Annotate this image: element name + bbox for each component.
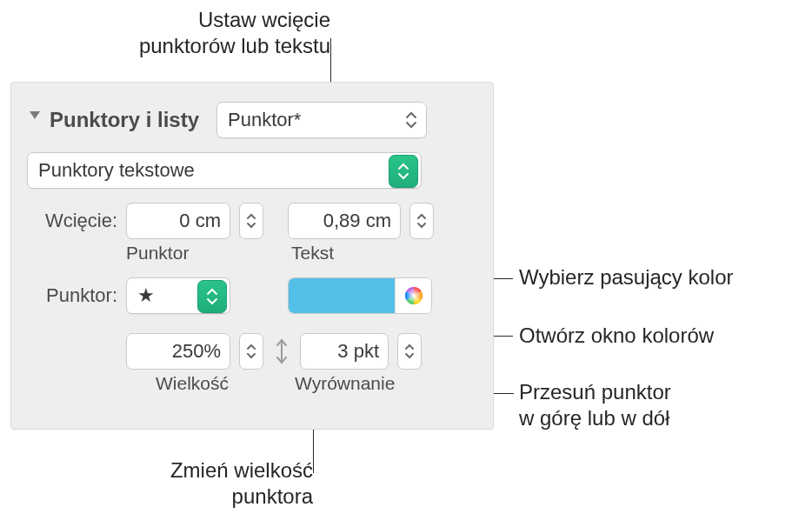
align-sublabel: Wyrównanie	[295, 373, 413, 394]
list-style-value: Punktor*	[228, 109, 301, 131]
bullet-glyph-label: Punktor:	[27, 284, 117, 307]
bullet-type-value: Punktory tekstowe	[38, 159, 195, 182]
size-stepper[interactable]	[239, 333, 263, 370]
align-value: 3 pkt	[337, 340, 379, 363]
section-title: Punktory i listy	[50, 108, 199, 132]
chevron-up-icon	[416, 213, 427, 220]
list-style-dropdown[interactable]: Punktor*	[216, 102, 427, 138]
size-input[interactable]: 250%	[126, 333, 230, 370]
bullet-color-well	[288, 277, 432, 314]
chevron-down-icon	[246, 352, 256, 359]
indent-bullet-input[interactable]: 0 cm	[126, 203, 230, 239]
size-sublabel: Wielkość	[126, 373, 258, 394]
callout-choose-color: Wybierz pasujący kolor	[519, 264, 734, 290]
color-picker-button[interactable]	[395, 278, 431, 313]
callout-move-bullet: Przesuń punktor w górę lub w dół	[519, 379, 671, 431]
indent-bullet-sublabel: Punktor	[126, 243, 258, 264]
bullet-glyph-dropdown[interactable]: ★	[126, 277, 230, 314]
indent-label: Wcięcie:	[27, 210, 117, 232]
chevron-up-icon	[404, 344, 415, 350]
callout-open-color: Otwórz okno kolorów	[519, 323, 714, 349]
indent-text-input[interactable]: 0,89 cm	[288, 203, 401, 239]
callout-change-size: Zmień wielkość punktora	[78, 457, 313, 510]
indent-text-sublabel: Tekst	[291, 243, 334, 264]
dropdown-button-icon	[389, 155, 418, 188]
svg-point-0	[405, 287, 423, 304]
color-swatch[interactable]	[289, 278, 395, 313]
align-stepper[interactable]	[397, 333, 422, 370]
chevron-up-icon	[246, 344, 256, 350]
align-arrows-icon	[272, 333, 291, 370]
chevron-down-icon	[404, 352, 415, 359]
indent-bullet-stepper[interactable]	[239, 203, 263, 239]
align-input[interactable]: 3 pkt	[300, 333, 389, 370]
bullet-glyph-value: ★	[137, 284, 155, 307]
chevron-up-icon	[246, 213, 256, 220]
chevron-down-icon	[246, 222, 256, 229]
indent-text-value: 0,89 cm	[323, 210, 391, 232]
indent-bullet-value: 0 cm	[179, 210, 221, 232]
indent-text-stepper[interactable]	[409, 203, 434, 239]
chevron-up-down-icon	[405, 111, 417, 129]
bullets-lists-panel: Punktory i listy Punktor* Punktory tekst…	[10, 82, 494, 430]
dropdown-button-icon	[197, 280, 227, 313]
chevron-down-icon	[416, 222, 427, 229]
color-wheel-icon	[403, 285, 424, 306]
disclosure-triangle[interactable]	[27, 107, 43, 123]
bullet-type-dropdown[interactable]: Punktory tekstowe	[27, 152, 422, 189]
callout-indent-label: Ustaw wcięcie punktorów lub tekstu	[78, 7, 330, 59]
size-value: 250%	[172, 340, 221, 363]
